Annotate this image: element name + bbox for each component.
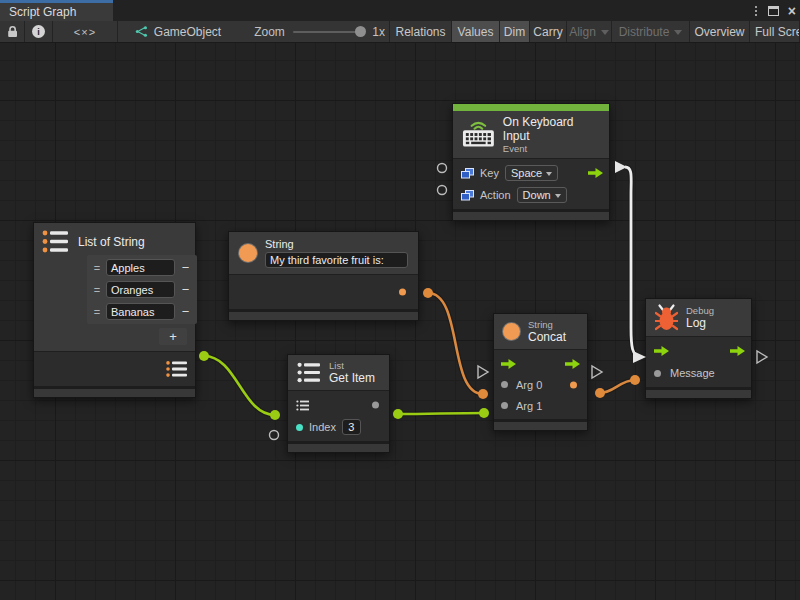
control-input-port[interactable] (501, 359, 516, 369)
dropdown-arrow-icon (601, 30, 609, 35)
index-value-field[interactable]: 3 (342, 419, 361, 435)
arg1-row: Arg 1 (494, 395, 587, 416)
code-preview-button[interactable]: <×> (53, 21, 118, 42)
string-type-icon (503, 323, 520, 340)
string-type-icon (239, 244, 257, 262)
drag-handle[interactable]: = (90, 262, 104, 274)
control-flow-row (494, 353, 587, 374)
drag-handle[interactable]: = (90, 306, 104, 318)
node-footer (494, 419, 587, 430)
node-title: Get Item (329, 371, 375, 385)
node-concat[interactable]: String Concat Arg 0 Arg 1 (493, 313, 588, 431)
node-subtitle: Event (503, 143, 600, 154)
item-output-port[interactable] (372, 402, 379, 409)
index-input-port[interactable] (296, 424, 303, 431)
message-input-port[interactable] (654, 370, 661, 377)
index-input-row: Index 3 (288, 416, 389, 438)
info-button[interactable]: i (25, 21, 53, 42)
maximize-icon[interactable] (768, 6, 779, 16)
overview-button[interactable]: Overview (690, 21, 750, 42)
remove-item-button[interactable]: − (177, 305, 194, 318)
drag-handle[interactable]: = (90, 284, 104, 296)
node-footer (34, 386, 195, 397)
control-output-port[interactable] (565, 359, 580, 369)
node-title: List of String (78, 235, 145, 249)
full-screen-button[interactable]: Full Screen (750, 21, 800, 42)
message-label: Message (670, 367, 715, 379)
control-output-port[interactable] (730, 346, 745, 356)
node-list-of-string[interactable]: List of String = Apples − = Oranges − = … (33, 222, 196, 398)
graph-canvas[interactable]: On Keyboard Input Event Key Space (0, 43, 800, 600)
list-output-port[interactable] (166, 361, 188, 378)
list-editor: = Apples − = Oranges − = Bananas − (87, 255, 197, 324)
dropdown-arrow-icon (674, 30, 682, 35)
string-value-field[interactable]: My third favorite fruit is: (265, 252, 408, 268)
windowed-value-icon (461, 168, 474, 179)
event-accent-bar (453, 104, 609, 111)
zoom-slider-handle[interactable] (355, 26, 366, 37)
toggle-carry[interactable]: Carry (530, 21, 567, 42)
arg0-input-port[interactable] (501, 381, 508, 388)
node-title: On Keyboard Input (503, 115, 600, 143)
keyboard-icon (462, 121, 495, 148)
distribute-menu[interactable]: Distribute (612, 21, 690, 42)
window-controls: × (753, 4, 796, 18)
lock-button[interactable] (0, 21, 25, 42)
list-icon (42, 230, 69, 253)
context-object-label[interactable]: GameObject (154, 25, 221, 39)
list-item-row: = Oranges − (90, 280, 194, 299)
window-menu-icon[interactable] (753, 4, 759, 18)
toggle-values[interactable]: Values (452, 21, 500, 42)
code-icon: <×> (74, 26, 96, 38)
remove-item-button[interactable]: − (177, 261, 194, 274)
string-output-row (229, 278, 418, 306)
remove-item-button[interactable]: − (177, 283, 194, 296)
action-label: Action (480, 189, 511, 201)
lock-icon (7, 25, 18, 38)
node-title: Concat (528, 330, 566, 344)
add-item-button[interactable]: + (159, 328, 187, 345)
list-item-row: = Apples − (90, 258, 194, 277)
node-footer (453, 209, 609, 220)
bug-icon (655, 304, 678, 331)
result-output-port[interactable] (570, 381, 577, 388)
node-string-literal[interactable]: String My third favorite fruit is: (228, 231, 419, 321)
list-item-field[interactable]: Oranges (106, 281, 175, 298)
list-item-field[interactable]: Bananas (106, 303, 175, 320)
control-input-port[interactable] (654, 346, 669, 356)
dropdown-arrow-icon (555, 194, 561, 198)
info-icon: i (32, 25, 45, 38)
node-footer (288, 441, 389, 452)
tab-script-graph[interactable]: Script Graph (0, 0, 113, 21)
list-item-field[interactable]: Apples (106, 259, 175, 276)
script-machine-icon (135, 24, 148, 39)
arg0-label: Arg 0 (516, 379, 542, 391)
arg1-input-port[interactable] (501, 402, 508, 409)
toggle-dim[interactable]: Dim (500, 21, 530, 42)
action-port-row: Action Down (453, 184, 609, 206)
key-dropdown[interactable]: Space (505, 165, 558, 181)
close-icon[interactable]: × (788, 5, 796, 17)
zoom-value: 1x (372, 25, 385, 39)
list-item-row: = Bananas − (90, 302, 194, 321)
string-output-port[interactable] (399, 289, 406, 296)
node-debug-log[interactable]: Debug Log Message (645, 298, 752, 399)
list-input-row (288, 394, 389, 416)
zoom-slider[interactable] (293, 31, 363, 33)
align-menu[interactable]: Align (567, 21, 612, 42)
node-title: Log (686, 316, 714, 330)
node-get-item[interactable]: List Get Item Index 3 (287, 354, 390, 453)
tab-bar: Script Graph × (0, 0, 800, 21)
node-category: Debug (686, 305, 714, 316)
graph-context-cell: GameObject Zoom 1x (118, 21, 390, 42)
toggle-relations[interactable]: Relations (390, 21, 452, 42)
control-output-port[interactable] (588, 168, 603, 178)
action-dropdown[interactable]: Down (517, 187, 567, 203)
node-on-keyboard-input[interactable]: On Keyboard Input Event Key Space (452, 103, 610, 221)
message-row: Message (646, 362, 751, 384)
node-category: List (329, 360, 375, 371)
list-input-port[interactable] (296, 400, 310, 411)
node-footer (229, 309, 418, 320)
graph-toolbar: i <×> GameObject Zoom 1x Relations Value… (0, 21, 800, 43)
key-port-row: Key Space (453, 162, 609, 184)
